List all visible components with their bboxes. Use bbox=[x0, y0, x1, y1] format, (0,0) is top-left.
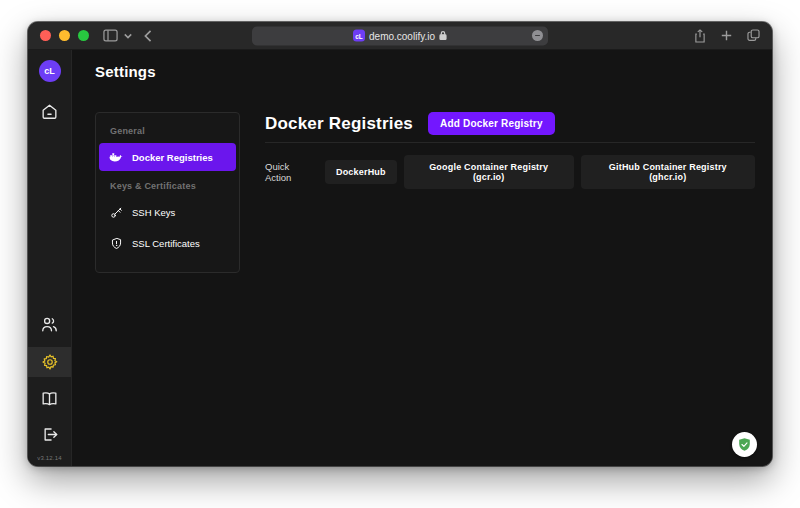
share-icon[interactable] bbox=[694, 29, 706, 43]
subnav-item-label: SSL Certificates bbox=[132, 238, 200, 249]
browser-window: cL demo.coolify.io bbox=[28, 22, 772, 466]
tab-overview-icon[interactable] bbox=[747, 29, 760, 42]
window-controls bbox=[40, 30, 89, 41]
subnav-item-docker-registries[interactable]: Docker Registries bbox=[99, 143, 236, 171]
address-bar[interactable]: cL demo.coolify.io bbox=[252, 26, 548, 45]
address-text: demo.coolify.io bbox=[369, 30, 435, 41]
quick-action-ghcr-button[interactable]: GitHub Container Registry (ghcr.io) bbox=[581, 155, 755, 189]
zoom-window-button[interactable] bbox=[78, 30, 89, 41]
new-tab-icon[interactable] bbox=[721, 30, 732, 41]
sidebar-toggle-icon[interactable] bbox=[103, 29, 118, 42]
key-icon bbox=[109, 206, 123, 219]
team-icon[interactable] bbox=[28, 311, 71, 337]
shield-check-icon bbox=[737, 437, 752, 452]
settings-gear-icon[interactable] bbox=[28, 347, 71, 377]
panel-heading: Docker Registries bbox=[265, 114, 413, 134]
docs-book-icon[interactable] bbox=[28, 385, 71, 411]
subnav-section-general: General bbox=[99, 126, 236, 136]
shield-icon bbox=[109, 237, 123, 250]
settings-page: Settings General bbox=[72, 50, 772, 466]
settings-subnav: General Docke bbox=[95, 112, 240, 273]
docker-icon bbox=[109, 151, 123, 163]
app-sidebar: cL bbox=[28, 50, 72, 466]
logout-icon[interactable] bbox=[28, 421, 71, 447]
desktop-background: cL demo.coolify.io bbox=[0, 0, 800, 508]
adguard-protection-badge[interactable] bbox=[732, 432, 757, 457]
lock-icon bbox=[439, 31, 447, 41]
subnav-item-label: Docker Registries bbox=[132, 152, 213, 163]
app-version: v3.12.14 bbox=[37, 455, 62, 461]
chevron-down-icon[interactable] bbox=[124, 33, 132, 39]
subnav-item-label: SSH Keys bbox=[132, 207, 175, 218]
subnav-item-ssh-keys[interactable]: SSH Keys bbox=[99, 198, 236, 227]
home-icon[interactable] bbox=[28, 98, 71, 124]
quick-action-row: Quick Action DockerHub Google Container … bbox=[265, 155, 755, 189]
docker-registries-panel: Docker Registries Add Docker Registry Qu… bbox=[265, 112, 755, 189]
back-button-icon[interactable] bbox=[144, 30, 152, 42]
quick-action-dockerhub-button[interactable]: DockerHub bbox=[325, 160, 397, 184]
browser-titlebar: cL demo.coolify.io bbox=[28, 22, 772, 50]
subnav-section-keys-certificates: Keys & Certificates bbox=[99, 181, 236, 191]
close-window-button[interactable] bbox=[40, 30, 51, 41]
quick-action-gcr-button[interactable]: Google Container Registry (gcr.io) bbox=[404, 155, 574, 189]
app-body: cL bbox=[28, 50, 772, 466]
quick-action-label: Quick Action bbox=[265, 161, 316, 183]
page-options-icon[interactable] bbox=[532, 30, 543, 41]
add-docker-registry-button[interactable]: Add Docker Registry bbox=[428, 112, 555, 135]
site-favicon: cL bbox=[353, 30, 365, 42]
page-title: Settings bbox=[95, 63, 755, 81]
minimize-window-button[interactable] bbox=[59, 30, 70, 41]
subnav-item-ssl-certificates[interactable]: SSL Certificates bbox=[99, 229, 236, 258]
coolify-logo[interactable]: cL bbox=[39, 60, 61, 82]
